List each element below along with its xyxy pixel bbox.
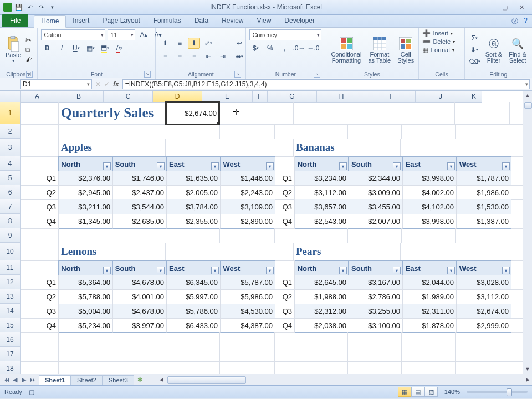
cell[interactable]: [112, 124, 166, 139]
data-cell[interactable]: $2,945.00: [59, 185, 113, 200]
page-layout-view-button[interactable]: ▤: [411, 387, 424, 397]
cell[interactable]: [59, 332, 112, 347]
data-cell[interactable]: $5,786.00: [167, 304, 221, 319]
cell[interactable]: [456, 347, 510, 362]
cell[interactable]: [166, 228, 220, 243]
table-header[interactable]: West▾: [457, 156, 511, 172]
data-cell[interactable]: $2,311.00: [403, 304, 457, 319]
cell[interactable]: [456, 361, 510, 374]
align-center-icon[interactable]: ≡: [173, 51, 186, 62]
vertical-scroll-thumb[interactable]: [524, 102, 532, 109]
data-cell[interactable]: $3,544.00: [113, 200, 167, 214]
column-header-J[interactable]: J: [416, 91, 466, 103]
font-color-button[interactable]: A▾: [113, 43, 125, 54]
cell[interactable]: [166, 243, 219, 261]
row-header-4[interactable]: 4: [0, 156, 21, 171]
data-cell[interactable]: $1,746.00: [113, 171, 167, 186]
data-cell[interactable]: $1,345.00: [59, 214, 113, 229]
data-cell[interactable]: $1,787.00: [457, 171, 511, 186]
enter-formula-icon[interactable]: ✓: [104, 80, 110, 88]
data-cell[interactable]: $5,788.00: [59, 289, 113, 304]
data-cell[interactable]: $2,890.00: [221, 214, 275, 229]
sheet-tab-sheet3[interactable]: Sheet3: [103, 375, 134, 385]
increase-font-icon[interactable]: A▴: [137, 29, 150, 40]
cell[interactable]: [275, 332, 294, 347]
cell[interactable]: [21, 139, 59, 157]
cell[interactable]: [21, 228, 59, 243]
row-header-1[interactable]: 1: [0, 102, 21, 124]
save-icon[interactable]: 💾: [14, 3, 23, 12]
data-cell[interactable]: $5,986.00: [221, 289, 275, 304]
filter-dropdown-icon[interactable]: ▾: [502, 162, 510, 170]
selected-cell[interactable]: $2,674.00: [166, 102, 219, 125]
row-header-16[interactable]: 16: [0, 332, 21, 347]
cell[interactable]: [274, 139, 294, 157]
data-cell[interactable]: $6,345.00: [167, 275, 221, 290]
cell[interactable]: [456, 332, 510, 347]
merge-center-button[interactable]: ⬌▾: [233, 51, 245, 62]
column-header-K[interactable]: K: [466, 91, 482, 103]
data-cell[interactable]: $3,455.00: [349, 200, 403, 214]
row-header-10[interactable]: 10: [0, 243, 21, 260]
cell[interactable]: [275, 260, 295, 275]
data-cell[interactable]: $1,446.00: [221, 171, 275, 186]
cell[interactable]: [112, 139, 166, 157]
help-icon[interactable]: ?: [524, 17, 528, 26]
filter-dropdown-icon[interactable]: ▾: [447, 267, 455, 274]
data-cell[interactable]: $3,211.00: [59, 200, 113, 214]
quarter-label[interactable]: Q4: [21, 318, 59, 333]
horizontal-scrollbar[interactable]: ◀ ▶: [157, 375, 532, 384]
ribbon-tab-review[interactable]: Review: [215, 15, 250, 27]
row-header-2[interactable]: 2: [0, 124, 21, 139]
cell[interactable]: [112, 332, 166, 347]
category-pears[interactable]: Pears: [294, 243, 347, 261]
title-cell[interactable]: Quarterly Sales: [59, 102, 112, 125]
column-header-D[interactable]: D: [153, 91, 202, 103]
category-lemons[interactable]: Lemons: [59, 243, 112, 261]
quarter-label[interactable]: Q3: [21, 200, 59, 214]
macro-record-icon[interactable]: ▢: [29, 388, 34, 396]
data-cell[interactable]: $2,243.00: [221, 185, 275, 200]
row-header-5[interactable]: 5: [0, 171, 21, 185]
column-header-B[interactable]: B: [54, 91, 104, 103]
data-cell[interactable]: $5,234.00: [59, 318, 113, 333]
quarter-label[interactable]: Q2: [275, 185, 295, 200]
cell[interactable]: [402, 361, 456, 374]
data-cell[interactable]: $3,100.00: [349, 318, 403, 333]
quarter-label[interactable]: Q4: [21, 214, 59, 229]
cell[interactable]: [21, 124, 59, 139]
cell[interactable]: [219, 102, 274, 125]
select-all-corner[interactable]: [0, 91, 21, 103]
cell[interactable]: [219, 139, 274, 157]
bold-button[interactable]: B: [41, 43, 53, 54]
cell[interactable]: [59, 361, 112, 374]
scroll-left-icon[interactable]: ◀: [157, 375, 166, 384]
quarter-label[interactable]: Q2: [21, 185, 59, 200]
data-cell[interactable]: $3,998.00: [403, 214, 457, 229]
cell[interactable]: [220, 228, 275, 243]
undo-icon[interactable]: ↶: [25, 3, 34, 12]
ribbon-tab-developer[interactable]: Developer: [278, 15, 321, 27]
sort-filter-button[interactable]: ⓐ Sort & Filter: [483, 35, 505, 65]
cell[interactable]: [112, 243, 166, 261]
data-cell[interactable]: $2,543.00: [295, 214, 349, 229]
table-header[interactable]: North▾: [295, 260, 349, 276]
cell[interactable]: [348, 332, 402, 347]
restore-button[interactable]: ▢: [499, 3, 511, 11]
cell[interactable]: [112, 361, 166, 374]
data-cell[interactable]: $2,635.00: [113, 214, 167, 229]
percent-format-icon[interactable]: %: [264, 43, 276, 54]
row-header-9[interactable]: 9: [0, 228, 21, 243]
table-header[interactable]: South▾: [349, 260, 402, 276]
cell[interactable]: [59, 228, 112, 243]
data-cell[interactable]: $2,376.00: [59, 171, 113, 186]
ribbon-tab-formulas[interactable]: Formulas: [147, 15, 188, 27]
data-cell[interactable]: $2,674.00: [457, 304, 511, 319]
quarter-label[interactable]: Q1: [21, 171, 59, 186]
copy-icon[interactable]: ⧉: [25, 46, 32, 54]
data-cell[interactable]: $5,787.00: [221, 275, 275, 290]
cell[interactable]: [402, 332, 456, 347]
row-header-11[interactable]: 11: [0, 260, 21, 275]
data-cell[interactable]: $2,044.00: [403, 275, 457, 290]
cancel-formula-icon[interactable]: ✕: [95, 80, 101, 88]
